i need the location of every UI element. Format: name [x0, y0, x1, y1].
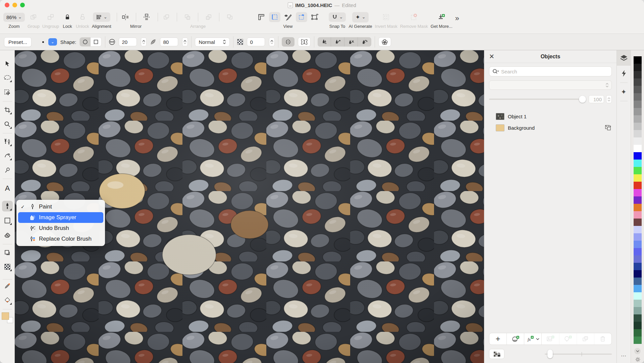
close-window-button[interactable] [5, 3, 9, 7]
show-object-bounds-button[interactable] [309, 12, 321, 22]
send-backward-button[interactable] [203, 12, 214, 22]
layer-row-object1[interactable]: Object 1 [489, 111, 612, 122]
tab-actions[interactable] [617, 66, 631, 81]
color-swatch[interactable] [634, 292, 642, 300]
send-to-back-button[interactable] [224, 12, 235, 22]
color-swatch[interactable] [634, 152, 642, 160]
mirror-horizontal-button[interactable] [120, 12, 131, 22]
color-swatch[interactable] [634, 137, 642, 145]
dab-stroke-button[interactable] [318, 37, 331, 47]
color-swatch[interactable] [634, 167, 642, 174]
tool-eraser[interactable] [2, 230, 13, 240]
bring-to-front-button[interactable] [161, 12, 172, 22]
color-swatch[interactable] [634, 182, 642, 189]
tab-ai[interactable]: ✦ [617, 84, 631, 100]
color-swatch[interactable] [634, 278, 642, 285]
more-colors-button[interactable] [634, 348, 641, 354]
menu-item-undo-brush[interactable]: Undo Brush [18, 223, 103, 234]
mirror-paint-button[interactable] [298, 37, 311, 47]
color-swatch[interactable] [634, 86, 642, 93]
color-swatch[interactable] [634, 285, 642, 292]
color-swatch[interactable] [634, 226, 642, 233]
lock-transparency-button[interactable] [489, 349, 504, 359]
color-swatch[interactable] [634, 78, 642, 86]
feather-input[interactable] [160, 38, 178, 46]
color-swatch[interactable] [634, 219, 642, 226]
color-swatch[interactable] [634, 123, 642, 130]
tool-fill[interactable] [2, 295, 13, 306]
tool-crop[interactable] [2, 105, 13, 115]
palette-settings-button[interactable] [635, 357, 640, 362]
blend-mode-select[interactable]: Normal [195, 38, 230, 47]
tool-mask[interactable] [2, 261, 13, 272]
color-swatch[interactable] [634, 130, 642, 137]
transparency-input[interactable] [247, 38, 265, 46]
tool-pick[interactable] [2, 58, 13, 69]
tool-transform[interactable] [2, 87, 13, 98]
toolbar-overflow-button[interactable]: » [455, 14, 459, 23]
size-stepper[interactable] [141, 38, 147, 46]
color-swatch[interactable] [634, 270, 642, 278]
nib-cluster-button[interactable] [378, 37, 391, 47]
unlock-button[interactable] [77, 12, 88, 22]
tool-object-pick[interactable] [2, 247, 13, 258]
duplicate-object-button[interactable] [577, 333, 594, 345]
color-swatch[interactable] [634, 108, 642, 115]
color-swatch[interactable] [634, 93, 642, 101]
color-swatch[interactable] [634, 71, 642, 78]
color-swatch[interactable] [634, 211, 642, 219]
tool-eyedropper[interactable] [2, 281, 13, 291]
add-lens-button[interactable] [559, 333, 577, 345]
panel-more-button[interactable]: ⋯ [621, 353, 627, 359]
search-input[interactable] [501, 69, 608, 74]
color-swatch[interactable] [634, 56, 642, 64]
thumbnail-size-knob[interactable] [547, 350, 553, 358]
color-swatch[interactable] [634, 145, 642, 152]
color-swatch[interactable] [634, 322, 642, 329]
repeat-stroke-button[interactable] [358, 37, 371, 47]
minimize-window-button[interactable] [12, 3, 17, 7]
preset-button[interactable]: Preset... [4, 37, 32, 47]
color-swatch[interactable] [634, 307, 642, 314]
tool-zoom[interactable] [2, 119, 13, 130]
color-swatch[interactable] [634, 64, 642, 71]
snap-to-dropdown[interactable]: ⌄ [329, 12, 346, 22]
opacity-stepper[interactable] [606, 95, 612, 103]
tool-smudge[interactable] [2, 165, 13, 176]
color-swatch[interactable] [634, 314, 642, 322]
ai-generate-dropdown[interactable]: ✦ ⌄ [352, 12, 368, 22]
color-swatch[interactable] [634, 329, 642, 337]
add-adjustment-button[interactable] [507, 333, 524, 345]
color-swatch[interactable] [634, 241, 642, 248]
opacity-input[interactable] [589, 95, 604, 103]
size-input[interactable] [119, 38, 137, 46]
color-well[interactable] [2, 312, 14, 324]
opacity-slider[interactable] [489, 99, 585, 100]
symmetry-toggle[interactable] [282, 37, 294, 47]
invert-mask-button[interactable] [380, 12, 392, 22]
feather-stepper[interactable] [182, 38, 188, 46]
delete-object-button[interactable] [594, 333, 611, 345]
color-swatch[interactable] [634, 337, 642, 344]
brush-tip-dropdown[interactable]: ⌄ [48, 38, 57, 46]
ungroup-button[interactable] [45, 12, 56, 22]
color-swatch[interactable] [634, 115, 642, 123]
tab-objects[interactable] [617, 50, 631, 66]
layer-row-background[interactable]: Background [489, 122, 612, 133]
color-swatch[interactable] [634, 233, 642, 241]
menu-item-paint[interactable]: ✓ Paint [18, 201, 103, 212]
menu-item-image-sprayer[interactable]: Image Sprayer [18, 212, 103, 223]
curve-stroke-button[interactable] [331, 37, 344, 47]
remove-mask-button[interactable] [408, 12, 420, 22]
background-to-object-icon[interactable] [604, 124, 612, 131]
transparency-stepper[interactable] [269, 38, 275, 46]
color-swatch[interactable] [634, 248, 642, 255]
group-button[interactable] [28, 12, 39, 22]
straight-stroke-button[interactable] [344, 37, 358, 47]
color-swatch[interactable] [634, 204, 642, 211]
color-swatch[interactable] [634, 263, 642, 270]
bring-forward-button[interactable] [182, 12, 193, 22]
add-effect-dropdown[interactable]: fx [524, 333, 542, 345]
tool-clone[interactable] [2, 136, 13, 147]
mirror-vertical-button[interactable] [141, 12, 152, 22]
